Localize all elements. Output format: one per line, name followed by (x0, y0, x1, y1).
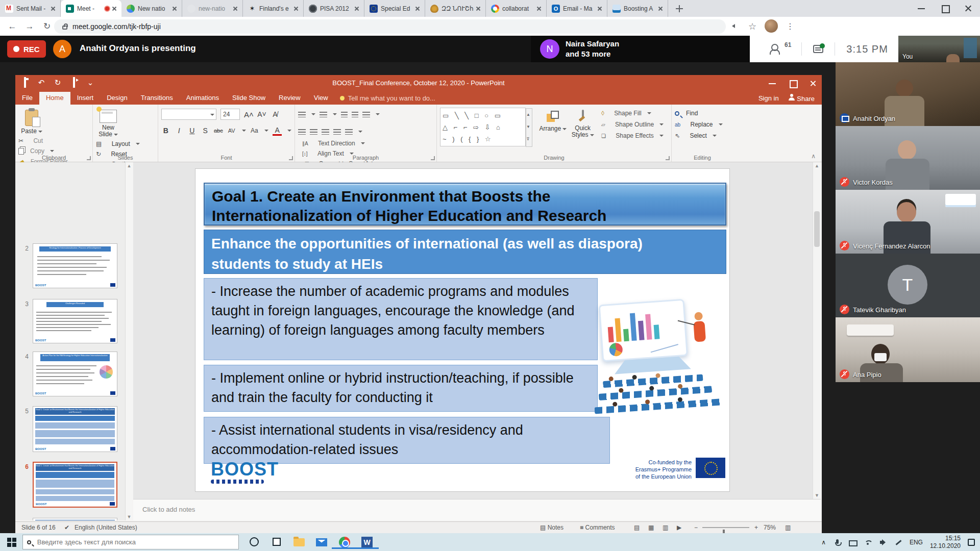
video-tile-victor[interactable]: Victor Kordas (836, 126, 980, 190)
network-icon[interactable] (864, 538, 872, 546)
tab-new-natio-2[interactable]: new-natio (182, 0, 243, 17)
close-tab-icon[interactable] (231, 5, 239, 13)
find-button[interactable]: Find (675, 108, 730, 119)
slide[interactable]: Goal 1. Create an Environment that Boost… (195, 168, 730, 492)
tab-sent-mail[interactable]: M Sent Mail - (0, 0, 61, 17)
underline-button[interactable]: U (188, 127, 197, 135)
tab-armenian[interactable]: ԶԶ ՆՈՒՇհ (425, 0, 486, 17)
close-tab-icon[interactable] (596, 5, 604, 13)
video-tile-ana[interactable]: Ana Pipio (836, 317, 980, 382)
font-name-select[interactable] (161, 109, 216, 120)
shape-fill-button[interactable]: ◊ Shape Fill (601, 108, 664, 119)
close-tab-icon[interactable] (535, 5, 543, 13)
close-window-button[interactable] (957, 0, 980, 17)
sign-in-link[interactable]: Sign in (758, 94, 779, 102)
clear-format-icon[interactable]: A̸ (271, 110, 280, 118)
pinned-participant[interactable]: N Naira Safaryanand 53 more (531, 36, 750, 62)
font-dialog-launcher[interactable] (289, 156, 293, 160)
file-explorer-button[interactable] (293, 536, 306, 549)
close-tab-icon[interactable] (474, 5, 482, 13)
zoom-level[interactable]: 75% (764, 524, 776, 531)
video-tile-tatevik[interactable]: T Tatevik Gharibyan (836, 254, 980, 317)
start-button[interactable] (7, 538, 16, 547)
shapes-gallery[interactable]: ▭ ╲ ╲ □ ○ ▭ △ ⌐ ⌐ ⇨ ⇩ ⌂ ~ ) ( { } ☆ ▲▼⊽ (440, 108, 526, 146)
browser-menu-icon[interactable]: ⋮ (784, 20, 796, 33)
tab-meet-active[interactable]: Meet - (61, 0, 121, 17)
slide-thumbnail-4[interactable]: Action Plan for the RA Strategy for High… (33, 352, 117, 396)
pen-icon[interactable] (894, 538, 902, 546)
close-tab-icon[interactable] (413, 5, 422, 13)
shrink-font-icon[interactable]: A˅ (257, 110, 266, 118)
forward-icon[interactable]: → (23, 20, 36, 33)
normal-view-icon[interactable]: ▤ (634, 524, 640, 531)
address-bar[interactable]: meet.google.com/tjk-rbfp-uji (54, 19, 726, 34)
align-center-icon[interactable] (310, 129, 317, 135)
change-case-button[interactable]: Aa (250, 127, 259, 134)
tray-expand-icon[interactable]: ∧ (821, 539, 826, 546)
paste-button[interactable]: Paste (18, 108, 45, 135)
self-video-tile[interactable]: You (898, 36, 980, 62)
word-button[interactable]: W (360, 536, 374, 549)
decrease-indent-icon[interactable] (341, 112, 348, 117)
tab-home[interactable]: Home (39, 92, 70, 105)
slide-subtitle-box[interactable]: Enhance the opportunities of internation… (204, 230, 726, 274)
close-tab-icon[interactable] (170, 5, 179, 13)
participants-icon[interactable] (770, 44, 783, 54)
spellcheck-icon[interactable]: ✔ (64, 524, 69, 531)
select-button[interactable]: ⇖ Select (675, 130, 730, 141)
layout-button[interactable]: ▤ Layout (96, 139, 142, 149)
clipboard-dialog-launcher[interactable] (87, 156, 91, 160)
chat-icon[interactable] (813, 45, 823, 53)
replace-button[interactable]: ab Replace (675, 119, 730, 130)
scroll-thumb[interactable] (814, 211, 820, 247)
notes-pane[interactable]: Click to add notes (133, 499, 821, 520)
close-tab-icon[interactable] (656, 5, 665, 13)
back-icon[interactable]: ← (6, 20, 18, 33)
close-tab-icon[interactable] (292, 5, 300, 13)
bookmark-star-icon[interactable]: ☆ (746, 20, 758, 33)
speaker-icon[interactable] (879, 538, 887, 546)
strikethrough-button[interactable]: abc (214, 128, 223, 134)
new-slide-button[interactable]: New Slide (96, 108, 120, 138)
tab-review[interactable]: Review (272, 92, 307, 105)
new-tab-button[interactable] (672, 2, 687, 16)
tab-slideshow[interactable]: Slide Show (226, 92, 272, 105)
scroll-up-icon[interactable]: ▲ (126, 162, 133, 168)
slide-scrollbar[interactable]: ▲ ▼ (813, 162, 821, 499)
notification-center-icon[interactable] (968, 539, 975, 546)
italic-button[interactable]: I (175, 127, 184, 135)
minimize-button[interactable] (910, 0, 933, 17)
reading-view-icon[interactable]: ▥ (663, 524, 668, 531)
align-right-icon[interactable] (322, 129, 329, 135)
tab-transitions[interactable]: Transitions (134, 92, 180, 105)
numbering-icon[interactable] (320, 112, 327, 117)
scroll-down-icon[interactable]: ▼ (126, 514, 133, 519)
task-view-button[interactable] (271, 536, 284, 549)
zoom-out-icon[interactable]: − (694, 524, 698, 531)
scroll-down-icon[interactable]: ▼ (813, 493, 821, 498)
grow-font-icon[interactable]: A˄ (244, 110, 253, 119)
language-indicator[interactable]: ENG (910, 539, 923, 546)
browser-profile-avatar[interactable] (765, 19, 778, 33)
slide-thumbnail-6-selected[interactable]: Goal 1. Create an Environment that Boost… (33, 462, 117, 508)
shapes-scroll[interactable]: ▲▼⊽ (526, 108, 532, 147)
tab-pisa[interactable]: PISA 2012 (304, 0, 364, 17)
maximize-button[interactable] (933, 0, 957, 17)
battery-icon[interactable] (848, 538, 856, 546)
tab-insert[interactable]: Insert (70, 92, 101, 105)
tell-me-box[interactable]: Tell me what you want to do... (335, 92, 440, 105)
slide-bullet-box-3[interactable]: - Assist international students in visa/… (204, 417, 610, 464)
font-size-select[interactable]: 24 (220, 109, 240, 120)
reload-icon[interactable]: ↻ (41, 20, 53, 33)
tab-design[interactable]: Design (100, 92, 134, 105)
tab-boosting[interactable]: Boosting A (607, 0, 668, 17)
ppt-close-button[interactable] (801, 75, 822, 92)
tab-collaborat[interactable]: collaborat (486, 0, 547, 17)
increase-indent-icon[interactable] (352, 112, 358, 117)
shape-outline-button[interactable]: ▱ Shape Outline (601, 119, 664, 130)
taskbar-search[interactable] (22, 535, 239, 549)
character-spacing-button[interactable]: AV (227, 128, 236, 134)
font-color-button[interactable]: A (273, 126, 282, 136)
sorter-view-icon[interactable]: ▦ (648, 524, 654, 531)
close-tab-icon[interactable] (110, 5, 118, 13)
